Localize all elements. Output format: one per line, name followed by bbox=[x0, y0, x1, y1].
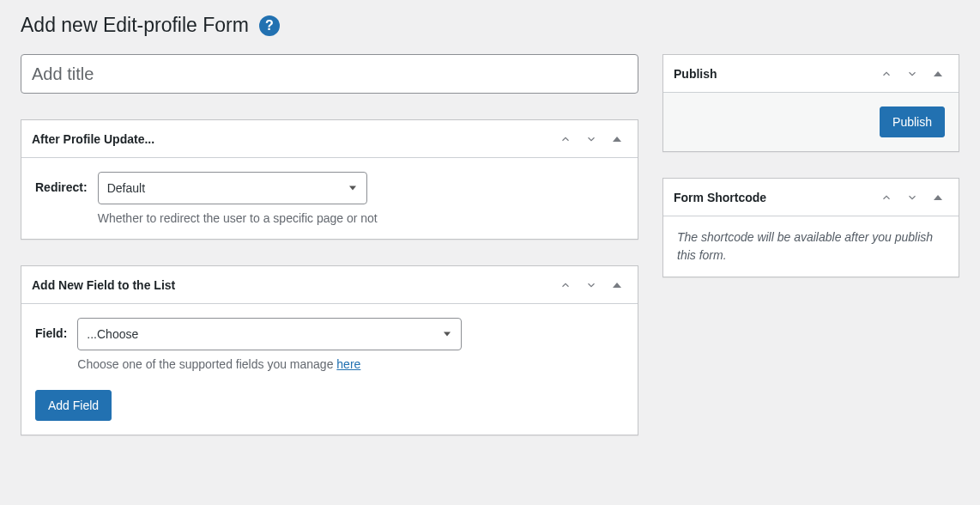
caret-up-icon bbox=[934, 71, 942, 76]
toggle-panel-button[interactable] bbox=[928, 64, 948, 84]
caret-up-icon bbox=[613, 137, 621, 142]
chevron-up-icon bbox=[560, 279, 572, 291]
add-field-button[interactable]: Add Field bbox=[35, 390, 112, 421]
after-profile-update-box: After Profile Update... Redirect: bbox=[21, 119, 638, 240]
chevron-down-icon bbox=[906, 68, 918, 80]
chevron-up-icon bbox=[560, 133, 572, 145]
field-label: Field: bbox=[35, 318, 67, 340]
redirect-label: Redirect: bbox=[35, 172, 88, 194]
chevron-up-icon bbox=[880, 68, 892, 80]
publish-box: Publish Publish bbox=[662, 54, 959, 152]
add-new-field-box: Add New Field to the List Field: bbox=[21, 265, 638, 435]
page-title: Add new Edit-profile Form bbox=[21, 14, 249, 37]
after-profile-update-title: After Profile Update... bbox=[32, 132, 154, 146]
form-shortcode-box: Form Shortcode The shortcode will be ava… bbox=[662, 178, 959, 277]
publish-box-title: Publish bbox=[674, 67, 717, 81]
move-down-button[interactable] bbox=[581, 275, 602, 295]
add-new-field-title: Add New Field to the List bbox=[32, 278, 175, 292]
move-up-button[interactable] bbox=[876, 187, 897, 208]
form-shortcode-title: Form Shortcode bbox=[674, 191, 766, 204]
caret-up-icon bbox=[934, 195, 942, 200]
chevron-down-icon bbox=[906, 192, 918, 204]
toggle-panel-button[interactable] bbox=[928, 187, 948, 208]
move-down-button[interactable] bbox=[902, 64, 923, 84]
field-select[interactable]: ...Choose bbox=[77, 318, 462, 350]
caret-up-icon bbox=[613, 283, 621, 288]
chevron-down-icon bbox=[585, 133, 597, 145]
move-up-button[interactable] bbox=[876, 64, 897, 84]
redirect-description: Whether to redirect the user to a specif… bbox=[98, 211, 378, 225]
move-down-button[interactable] bbox=[902, 187, 923, 208]
publish-button[interactable]: Publish bbox=[880, 106, 945, 137]
shortcode-note: The shortcode will be available after yo… bbox=[677, 228, 945, 265]
field-description: Choose one of the supported fields you m… bbox=[77, 357, 462, 371]
toggle-panel-button[interactable] bbox=[607, 275, 627, 295]
title-input[interactable] bbox=[21, 54, 638, 94]
chevron-up-icon bbox=[880, 192, 892, 204]
manage-fields-link[interactable]: here bbox=[336, 357, 360, 371]
toggle-panel-button[interactable] bbox=[607, 129, 627, 149]
chevron-down-icon bbox=[585, 279, 597, 291]
move-up-button[interactable] bbox=[555, 275, 576, 295]
move-down-button[interactable] bbox=[581, 129, 602, 149]
move-up-button[interactable] bbox=[555, 129, 576, 149]
help-icon[interactable]: ? bbox=[259, 15, 280, 36]
redirect-select[interactable]: Default bbox=[98, 172, 367, 204]
